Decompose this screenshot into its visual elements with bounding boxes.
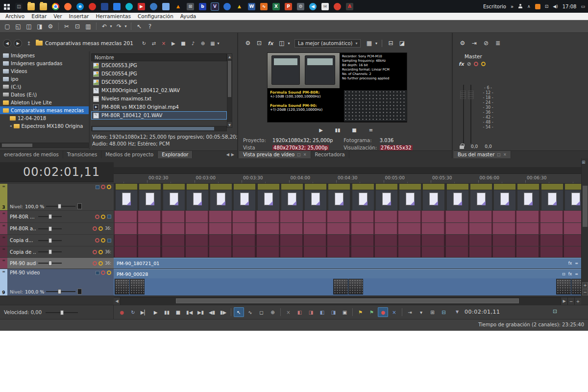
- menu-insertar[interactable]: Insertar: [66, 13, 93, 20]
- audio-clip-block[interactable]: [327, 235, 349, 246]
- file-row[interactable]: DSC00553.JPG: [91, 61, 227, 70]
- audio-clip-block[interactable]: [493, 223, 515, 234]
- current-folder-path[interactable]: Comparativas mesas mezclas 201: [45, 40, 133, 46]
- taskbar-media-player-icon[interactable]: ▶: [138, 3, 145, 10]
- audio-clip-block[interactable]: [375, 211, 397, 222]
- audio-clip-block[interactable]: [138, 223, 160, 234]
- volume-slider[interactable]: [38, 261, 62, 266]
- delete-button[interactable]: ×: [159, 39, 168, 47]
- next-frame-button[interactable]: ▮▶: [218, 307, 228, 317]
- auto-ripple-button[interactable]: ◧: [294, 307, 305, 317]
- audio-clip-block[interactable]: [186, 223, 208, 234]
- clip-menu-button[interactable]: ≡: [575, 272, 578, 276]
- tab-float-icon[interactable]: □: [497, 152, 501, 157]
- desktop-toolbar-label[interactable]: Escritorio: [483, 4, 506, 9]
- start-preview-button[interactable]: ▶: [169, 39, 178, 47]
- audio-clip-block[interactable]: [540, 246, 563, 257]
- tree-item[interactable]: Imágenes guardadas: [0, 59, 89, 67]
- file-row[interactable]: Niveles maximos.txt: [91, 95, 227, 103]
- timeline-horizontal-scrollbar[interactable]: ◀ ▶ − +: [114, 297, 581, 305]
- mute-icon[interactable]: ⊘: [467, 61, 471, 67]
- track-scribble-strip[interactable]: ≡: [0, 235, 7, 246]
- clip-crop-button[interactable]: ⊡: [562, 272, 565, 276]
- velocity-slider[interactable]: [46, 310, 78, 315]
- add-media-button[interactable]: ⊕: [198, 39, 207, 47]
- audio-clip-block[interactable]: [327, 246, 349, 257]
- audio-clip-block[interactable]: [327, 211, 349, 222]
- lock-icon[interactable]: [460, 146, 464, 149]
- audio-clip-block[interactable]: [351, 246, 373, 257]
- image-clip[interactable]: [399, 184, 421, 210]
- zoom-edit-tool-button[interactable]: ⊕: [268, 307, 278, 317]
- expander-icon[interactable]: ◂: [10, 124, 12, 128]
- tray-app-icon[interactable]: [535, 4, 540, 9]
- open-project-button[interactable]: ◱: [13, 22, 23, 31]
- audio-clip-block[interactable]: [422, 211, 444, 222]
- video-track-lane[interactable]: PM-90_00028 ⊡ fx ≡: [114, 269, 581, 295]
- clock[interactable]: 17:08: [563, 4, 577, 9]
- file-list-vertical-scrollbar[interactable]: ▲ ▼: [227, 53, 232, 128]
- help-button[interactable]: ?: [145, 22, 155, 31]
- video-output-fx-button[interactable]: fx: [266, 38, 275, 48]
- taskbar-app-blue-icon[interactable]: [113, 3, 121, 10]
- image-clip[interactable]: [210, 184, 232, 210]
- solo-button[interactable]: [107, 185, 111, 189]
- track-scribble-strip[interactable]: ≡3: [0, 184, 7, 210]
- external-monitor-button[interactable]: ⊡: [254, 38, 264, 48]
- track-header[interactable]: ≡PM-80R ...: [0, 211, 114, 222]
- file-row[interactable]: DSC00554.JPG: [91, 70, 227, 78]
- audio-track-lane[interactable]: [114, 223, 581, 234]
- taskbar-vlc-icon[interactable]: ▲: [174, 3, 182, 10]
- tree-item[interactable]: Datos (E:\): [0, 91, 89, 98]
- audio-clip-block[interactable]: [375, 223, 397, 234]
- audio-clip-block[interactable]: [138, 211, 160, 222]
- audio-clip-block[interactable]: [446, 246, 468, 257]
- audio-clip-block[interactable]: [304, 211, 326, 222]
- track-scribble-strip[interactable]: ≡: [0, 223, 7, 234]
- preview-pause-button[interactable]: ▮▮: [333, 125, 343, 135]
- image-clip[interactable]: [305, 184, 326, 210]
- volume-slider[interactable]: [38, 214, 62, 219]
- audio-clip-block[interactable]: [304, 223, 326, 234]
- bus-assign-icon[interactable]: [96, 271, 99, 275]
- arm-record-button[interactable]: [95, 238, 99, 243]
- audio-clip-block[interactable]: [280, 211, 302, 222]
- track-header[interactable]: ≡PM-90 audio36:: [0, 258, 114, 269]
- clip-fx-button[interactable]: fx: [568, 261, 572, 266]
- taskbar-vegas-pro-icon[interactable]: V: [211, 3, 219, 10]
- track-scribble-strip[interactable]: ≡: [0, 246, 7, 257]
- audio-clip-block[interactable]: [327, 223, 349, 234]
- preview-play-button[interactable]: ▶: [316, 125, 326, 135]
- taskbar-start-button[interactable]: [3, 3, 10, 10]
- mixer-controls-button[interactable]: ≣: [493, 38, 503, 48]
- tree-item[interactable]: Vídeos: [0, 67, 89, 75]
- save-snapshot-button[interactable]: ◪: [397, 38, 407, 48]
- scroll-right-button[interactable]: ▶: [561, 297, 567, 305]
- paste-button[interactable]: ▥: [83, 22, 93, 31]
- tab-close-icon[interactable]: ×: [303, 152, 307, 157]
- taskbar-calculator-icon[interactable]: ⊞: [187, 3, 194, 10]
- audio-clip-block[interactable]: [422, 235, 444, 246]
- arm-record-button[interactable]: [101, 270, 105, 275]
- audio-clip-block[interactable]: [233, 211, 255, 222]
- track-scribble-strip[interactable]: ≡9: [0, 269, 7, 295]
- preview-quality-dropdown[interactable]: La mejor (automático)▾: [294, 39, 361, 48]
- menu-editar[interactable]: Editar: [28, 13, 50, 20]
- audio-clip-block[interactable]: [469, 246, 491, 257]
- audio-clip-block[interactable]: [115, 235, 137, 246]
- interaction-tool-button[interactable]: ↖: [134, 22, 144, 31]
- transport-timecode[interactable]: 00:02:01,11: [465, 309, 500, 315]
- image-clip[interactable]: [116, 184, 137, 210]
- audio-clip-block[interactable]: [280, 223, 302, 234]
- volume-slider[interactable]: [38, 238, 62, 243]
- slider-thumb[interactable]: [49, 249, 52, 254]
- enable-snapping-button[interactable]: ×: [283, 307, 294, 317]
- audio-clip-block[interactable]: [280, 235, 302, 246]
- hidden-icons-chevron[interactable]: ∧: [527, 4, 531, 9]
- taskbar-mail-icon[interactable]: ✉: [321, 3, 329, 10]
- video-track-lane[interactable]: [114, 184, 581, 210]
- copy-snapshot-button[interactable]: ⊟: [386, 38, 395, 48]
- time-ruler[interactable]: 00:02:3000:03:0000:03:3000:04:0000:04:30…: [114, 174, 581, 184]
- solo-button[interactable]: [101, 215, 105, 219]
- image-clip[interactable]: [423, 184, 444, 210]
